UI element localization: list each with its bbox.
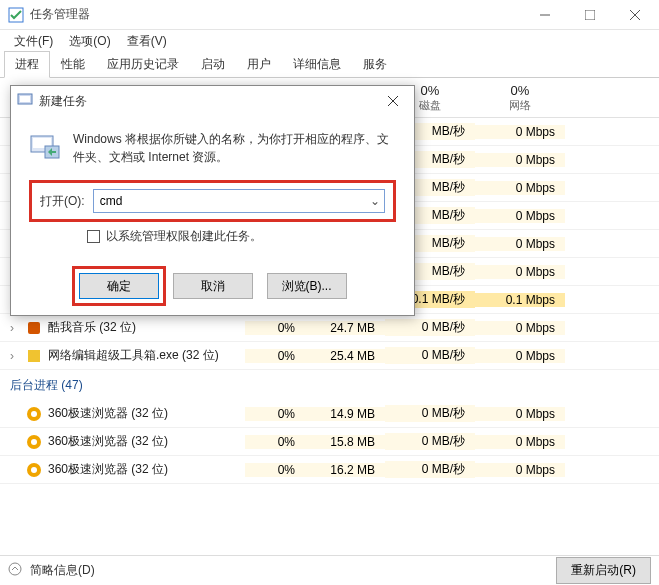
exe-icon (26, 348, 42, 364)
dialog-title-bar: 新建任务 (11, 86, 414, 116)
table-row[interactable]: › 网络编辑超级工具箱.exe (32 位) 0% 25.4 MB 0 MB/秒… (0, 342, 659, 370)
section-background[interactable]: 后台进程 (47) (0, 370, 659, 400)
tab-app-history[interactable]: 应用历史记录 (96, 51, 190, 78)
tab-processes[interactable]: 进程 (4, 51, 50, 78)
svg-rect-16 (20, 96, 30, 102)
process-name: 360极速浏览器 (32 位) (48, 405, 168, 422)
chevron-up-icon[interactable] (8, 562, 22, 579)
close-button[interactable] (612, 0, 657, 30)
minimize-button[interactable] (522, 0, 567, 30)
svg-rect-6 (28, 322, 40, 334)
admin-checkbox[interactable] (87, 230, 100, 243)
status-bar: 简略信息(D) 重新启动(R) (0, 555, 659, 585)
maximize-button[interactable] (567, 0, 612, 30)
process-name: 360极速浏览器 (32 位) (48, 461, 168, 478)
expand-icon[interactable]: › (10, 321, 20, 335)
expand-icon[interactable]: › (10, 349, 20, 363)
process-name: 酷我音乐 (32 位) (48, 319, 136, 336)
table-row[interactable]: › 酷我音乐 (32 位) 0% 24.7 MB 0 MB/秒 0 Mbps (0, 314, 659, 342)
browser-icon (26, 462, 42, 478)
process-name: 网络编辑超级工具箱.exe (32 位) (48, 347, 219, 364)
menu-options[interactable]: 选项(O) (61, 31, 118, 52)
menu-bar: 文件(F) 选项(O) 查看(V) (0, 30, 659, 52)
svg-rect-2 (585, 10, 595, 20)
dialog-close-button[interactable] (378, 96, 408, 106)
cancel-button[interactable]: 取消 (173, 273, 253, 299)
browser-icon (26, 434, 42, 450)
admin-checkbox-row: 以系统管理权限创建此任务。 (29, 222, 396, 253)
svg-rect-7 (28, 350, 40, 362)
svg-point-14 (9, 563, 21, 575)
menu-file[interactable]: 文件(F) (6, 31, 61, 52)
tab-details[interactable]: 详细信息 (282, 51, 352, 78)
column-network[interactable]: 0% 网络 (475, 78, 565, 117)
admin-label: 以系统管理权限创建此任务。 (106, 228, 262, 245)
dialog-message: Windows 将根据你所键入的名称，为你打开相应的程序、文件夹、文档或 Int… (73, 130, 396, 166)
title-bar: 任务管理器 (0, 0, 659, 30)
window-title: 任务管理器 (30, 6, 522, 23)
run-dialog: 新建任务 Windows 将根据你所键入的名称，为你打开相应的程序、文件夹、文档… (10, 85, 415, 316)
run-icon (29, 130, 61, 162)
table-row[interactable]: 360极速浏览器 (32 位) 0% 14.9 MB 0 MB/秒 0 Mbps (0, 400, 659, 428)
music-icon (26, 320, 42, 336)
browser-icon (26, 406, 42, 422)
tab-startup[interactable]: 启动 (190, 51, 236, 78)
table-row[interactable]: 360极速浏览器 (32 位) 0% 15.8 MB 0 MB/秒 0 Mbps (0, 428, 659, 456)
svg-point-11 (31, 439, 37, 445)
restart-button[interactable]: 重新启动(R) (556, 557, 651, 584)
tab-services[interactable]: 服务 (352, 51, 398, 78)
dialog-title: 新建任务 (39, 93, 378, 110)
process-name: 360极速浏览器 (32 位) (48, 433, 168, 450)
tab-users[interactable]: 用户 (236, 51, 282, 78)
table-row[interactable]: 360极速浏览器 (32 位) 0% 16.2 MB 0 MB/秒 0 Mbps (0, 456, 659, 484)
svg-point-9 (31, 411, 37, 417)
open-field-highlight: 打开(O): ⌄ (29, 180, 396, 222)
brief-info-link[interactable]: 简略信息(D) (30, 562, 95, 579)
tab-performance[interactable]: 性能 (50, 51, 96, 78)
browse-button[interactable]: 浏览(B)... (267, 273, 347, 299)
open-label: 打开(O): (40, 193, 85, 210)
chevron-down-icon[interactable]: ⌄ (366, 194, 384, 208)
dialog-icon (17, 92, 33, 111)
app-icon (8, 7, 24, 23)
tabs: 进程 性能 应用历史记录 启动 用户 详细信息 服务 (0, 52, 659, 78)
menu-view[interactable]: 查看(V) (119, 31, 175, 52)
open-input[interactable] (94, 194, 366, 208)
ok-button[interactable]: 确定 (79, 273, 159, 299)
open-combobox[interactable]: ⌄ (93, 189, 385, 213)
svg-point-13 (31, 467, 37, 473)
